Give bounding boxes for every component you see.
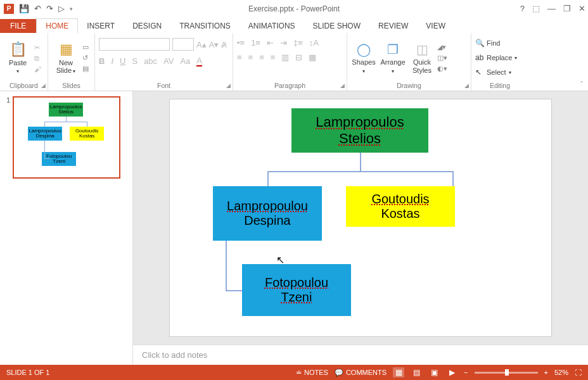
paste-label: Paste▾ xyxy=(9,59,27,75)
qat-customize-icon[interactable]: ▾ xyxy=(70,6,73,12)
thumb-org-root: LampropoulosStelios xyxy=(49,103,83,117)
slide-stage: LampropoulosStelios LampropoulouDespina … xyxy=(133,91,588,365)
view-sorter-button[interactable]: ▤ xyxy=(411,367,422,377)
status-notes-button[interactable]: ≐ NOTES xyxy=(296,369,328,377)
smartart-button[interactable]: ▦ xyxy=(309,53,316,62)
align-right-button[interactable]: ≡ xyxy=(259,53,264,62)
cut-button[interactable]: ✂ xyxy=(34,44,41,52)
paste-button[interactable]: 📋 Paste▾ xyxy=(4,37,32,79)
tab-animations[interactable]: ANIMATIONS xyxy=(240,19,304,33)
section-button[interactable]: ▤ xyxy=(82,65,89,73)
clipboard-dialog-launcher[interactable]: ◢ xyxy=(41,82,46,89)
qat-redo-icon[interactable]: ↷ xyxy=(46,4,53,13)
clear-formatting-button[interactable]: A̷ xyxy=(221,40,227,49)
qat-start-slideshow-icon[interactable]: ▷ xyxy=(58,4,65,13)
slide-area[interactable]: LampropoulosStelios LampropoulouDespina … xyxy=(133,91,588,345)
columns-button[interactable]: ▥ xyxy=(281,53,289,62)
select-button[interactable]: ↖Select ▾ xyxy=(475,66,511,79)
shape-outline-button[interactable]: ◫▾ xyxy=(437,54,447,62)
zoom-level-label[interactable]: 52% xyxy=(554,369,568,376)
format-painter-button[interactable]: 🖌 xyxy=(34,65,41,73)
connector xyxy=(452,171,454,186)
copy-button[interactable]: ⧉ xyxy=(34,54,41,63)
replace-icon: ab xyxy=(475,53,484,62)
quick-styles-button[interactable]: ◫ Quick Styles xyxy=(409,37,435,79)
justify-button[interactable]: ≡ xyxy=(271,53,276,62)
ribbon-tabs: FILE HOME INSERT DESIGN TRANSITIONS ANIM… xyxy=(0,18,588,33)
tab-home[interactable]: HOME xyxy=(36,18,78,33)
ribbon-group-slides: ▦ New Slide ▾ ▭ ↺ ▤ Slides xyxy=(48,33,95,91)
qat-save-icon[interactable]: 💾 xyxy=(19,4,29,13)
org-right-box[interactable]: GoutoudisKostas xyxy=(346,186,455,227)
org-child-box[interactable]: FotopoulouTzeni xyxy=(242,264,351,316)
bold-button[interactable]: B xyxy=(99,56,105,66)
view-normal-button[interactable]: ▦ xyxy=(393,367,404,377)
font-size-select[interactable] xyxy=(172,38,194,51)
fit-to-window-button[interactable]: ⛶ xyxy=(575,369,582,376)
new-slide-button[interactable]: ▦ New Slide ▾ xyxy=(52,37,80,79)
status-comments-button[interactable]: 💬 COMMENTS xyxy=(335,369,387,377)
align-text-button[interactable]: ⊟ xyxy=(295,53,302,62)
view-slideshow-button[interactable]: ▶ xyxy=(446,367,457,377)
align-center-button[interactable]: ≡ xyxy=(248,53,253,62)
char-spacing-button[interactable]: AV xyxy=(163,56,174,66)
font-color-button[interactable]: A xyxy=(196,56,202,66)
align-left-button[interactable]: ≡ xyxy=(237,53,242,62)
change-case-button[interactable]: Aa xyxy=(180,56,190,66)
shape-effects-button[interactable]: ◐▾ xyxy=(437,65,447,73)
arrange-button[interactable]: ❐ Arrange ▾ xyxy=(379,37,407,79)
numbering-button[interactable]: 1≡ xyxy=(251,38,260,48)
line-spacing-button[interactable]: ‡≡ xyxy=(293,38,303,48)
help-button[interactable]: ? xyxy=(520,4,525,13)
org-left-box[interactable]: LampropoulouDespina xyxy=(213,186,322,241)
tab-insert[interactable]: INSERT xyxy=(78,19,124,33)
restore-button[interactable]: ❐ xyxy=(563,4,571,13)
notes-pane[interactable]: Click to add notes xyxy=(133,345,588,365)
strikethrough-button[interactable]: S xyxy=(132,56,137,66)
decrease-indent-button[interactable]: ⇤ xyxy=(267,38,274,48)
view-reading-button[interactable]: ▣ xyxy=(428,367,440,377)
zoom-slider[interactable] xyxy=(475,372,538,374)
text-direction-button[interactable]: ↕A xyxy=(309,38,319,48)
tab-slideshow[interactable]: SLIDE SHOW xyxy=(304,19,369,33)
zoom-thumb[interactable] xyxy=(505,369,509,376)
connector xyxy=(226,241,227,291)
underline-button[interactable]: U xyxy=(120,56,125,66)
drawing-dialog-launcher[interactable]: ◢ xyxy=(464,82,469,89)
slide-thumbnail-panel[interactable]: 1 LampropoulosStelios LampropoulouDespin… xyxy=(0,91,133,365)
reset-button[interactable]: ↺ xyxy=(82,54,89,62)
tab-design[interactable]: DESIGN xyxy=(124,19,170,33)
layout-button[interactable]: ▭ xyxy=(82,43,89,51)
shape-fill-button[interactable]: ◢▾ xyxy=(437,43,447,51)
font-dialog-launcher[interactable]: ◢ xyxy=(226,82,231,89)
grow-font-button[interactable]: A▴ xyxy=(196,40,207,49)
increase-indent-button[interactable]: ⇥ xyxy=(280,38,287,48)
replace-button[interactable]: abReplace ▾ xyxy=(475,51,517,64)
quick-access-toolbar: P 💾 ↶ ↷ ▷ ▾ xyxy=(0,4,73,14)
collapse-ribbon-button[interactable]: ˆ xyxy=(580,80,583,88)
zoom-out-button[interactable]: − xyxy=(464,369,468,376)
font-family-select[interactable] xyxy=(99,38,170,51)
find-button[interactable]: 🔍Find xyxy=(475,37,500,49)
paragraph-dialog-launcher[interactable]: ◢ xyxy=(340,82,345,89)
shapes-button[interactable]: ◯ Shapes ▾ xyxy=(351,37,376,79)
tab-review[interactable]: REVIEW xyxy=(369,19,417,33)
shrink-font-button[interactable]: A▾ xyxy=(209,40,219,49)
group-label: Paragraph xyxy=(237,80,343,89)
shadow-button[interactable]: abc xyxy=(144,56,157,66)
italic-button[interactable]: I xyxy=(111,56,113,66)
minimize-button[interactable]: — xyxy=(547,4,556,13)
zoom-in-button[interactable]: + xyxy=(544,369,548,376)
bullets-button[interactable]: •≡ xyxy=(237,38,245,48)
tab-file[interactable]: FILE xyxy=(0,19,36,33)
ribbon-display-button[interactable]: ⬚ xyxy=(532,4,540,13)
slide-thumbnail-1[interactable]: LampropoulosStelios LampropoulouDespina … xyxy=(13,96,120,179)
qat-undo-icon[interactable]: ↶ xyxy=(34,4,41,13)
slide-canvas[interactable]: LampropoulosStelios LampropoulouDespina … xyxy=(169,99,552,337)
close-button[interactable]: ✕ xyxy=(578,4,585,13)
group-label: Font xyxy=(99,80,229,89)
tab-view[interactable]: VIEW xyxy=(417,19,454,33)
tab-transitions[interactable]: TRANSITIONS xyxy=(170,19,240,33)
thumb-org-child: FotopoulouTzeni xyxy=(42,152,76,166)
org-root-box[interactable]: LampropoulosStelios xyxy=(291,108,428,153)
